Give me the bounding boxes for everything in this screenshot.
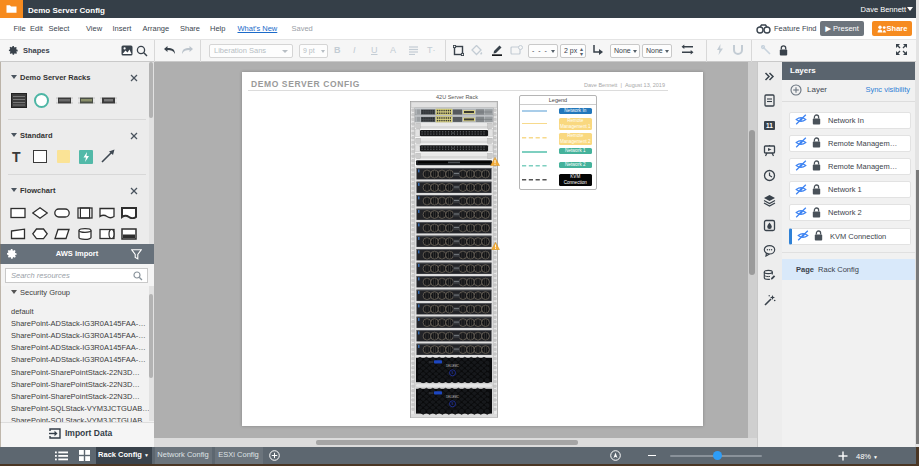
svg-text:11: 11: [766, 122, 773, 129]
svg-text:S: S: [452, 402, 454, 406]
svg-text:DELLEMC: DELLEMC: [446, 364, 458, 368]
svg-text:DELLEMC: DELLEMC: [446, 395, 458, 399]
svg-text:S: S: [452, 371, 454, 375]
